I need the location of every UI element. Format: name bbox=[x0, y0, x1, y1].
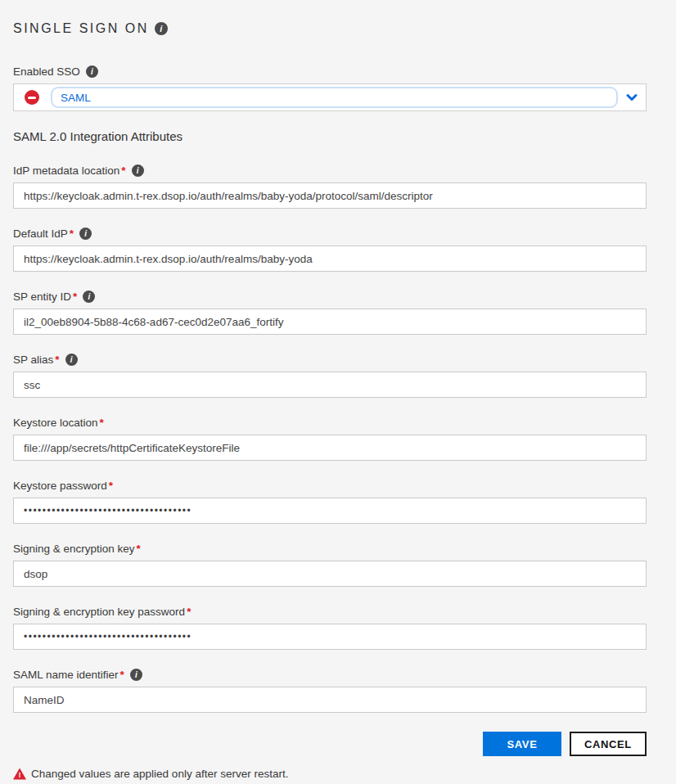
enabled-sso-label: Enabled SSO bbox=[13, 65, 80, 78]
field-label-row: IdP metadata location * i bbox=[13, 164, 647, 177]
field-label: Keystore location bbox=[13, 417, 98, 429]
form-actions: SAVE CANCEL bbox=[13, 732, 647, 756]
field-label-row: SAML name identifier * i bbox=[13, 669, 647, 681]
cancel-button[interactable]: CANCEL bbox=[570, 732, 647, 756]
required-marker: * bbox=[100, 417, 104, 429]
enabled-sso-label-row: Enabled SSO i bbox=[13, 65, 647, 78]
field-keystore-password: Keystore password * bbox=[13, 480, 647, 524]
signing-encryption-key-password-input[interactable] bbox=[13, 624, 647, 650]
info-icon[interactable]: i bbox=[86, 65, 98, 78]
page-title-row: SINGLE SIGN ON i bbox=[13, 21, 663, 36]
restart-warning: ! Changed values are applied only after … bbox=[13, 768, 647, 780]
warning-text: Changed values are applied only after se… bbox=[31, 768, 288, 780]
keystore-location-input[interactable] bbox=[13, 435, 647, 461]
sso-form: Enabled SSO i SAML SAML 2.0 Integration … bbox=[13, 65, 647, 780]
info-icon[interactable]: i bbox=[130, 669, 142, 681]
save-button[interactable]: SAVE bbox=[483, 732, 561, 756]
field-label-row: Default IdP * i bbox=[13, 228, 647, 240]
sp-entity-id-input[interactable] bbox=[13, 309, 647, 335]
info-icon[interactable]: i bbox=[65, 354, 78, 366]
field-saml-name-identifier: SAML name identifier * i bbox=[13, 669, 647, 713]
sso-settings-page: SINGLE SIGN ON i Enabled SSO i SAML SAML… bbox=[0, 0, 676, 784]
required-marker: * bbox=[55, 354, 59, 366]
default-idp-input[interactable] bbox=[13, 246, 647, 272]
field-default-idp: Default IdP * i bbox=[13, 228, 647, 272]
field-label-row: SP alias * i bbox=[13, 354, 647, 366]
required-marker: * bbox=[187, 606, 191, 618]
selected-sso-chip[interactable]: SAML bbox=[51, 87, 618, 108]
field-label: Keystore password bbox=[13, 480, 107, 492]
warning-icon: ! bbox=[13, 768, 26, 780]
field-idp-metadata-location: IdP metadata location * i bbox=[13, 164, 647, 209]
field-label-row: Keystore location * bbox=[13, 417, 647, 429]
field-label: Signing & encryption key password bbox=[13, 606, 185, 618]
field-label: IdP metadata location bbox=[13, 164, 119, 177]
info-icon[interactable]: i bbox=[79, 228, 92, 240]
field-label: SP entity ID bbox=[13, 291, 71, 303]
field-label-row: Keystore password * bbox=[13, 480, 647, 492]
saml-name-identifier-input[interactable] bbox=[13, 687, 647, 713]
field-label-row: Signing & encryption key password * bbox=[13, 606, 647, 618]
selected-sso-value: SAML bbox=[61, 92, 91, 104]
chevron-down-icon[interactable] bbox=[625, 91, 638, 104]
required-marker: * bbox=[120, 669, 124, 681]
required-marker: * bbox=[121, 164, 125, 177]
enabled-sso-select[interactable]: SAML bbox=[13, 83, 647, 111]
required-marker: * bbox=[70, 228, 74, 240]
remove-selection-icon[interactable] bbox=[25, 90, 39, 105]
field-label: Default IdP bbox=[13, 228, 68, 240]
keystore-password-input[interactable] bbox=[13, 498, 647, 524]
field-sp-alias: SP alias * i bbox=[13, 354, 647, 398]
section-title: SAML 2.0 Integration Attributes bbox=[13, 129, 647, 143]
field-signing-encryption-key-password: Signing & encryption key password * bbox=[13, 606, 647, 650]
field-sp-entity-id: SP entity ID * i bbox=[13, 291, 647, 335]
field-signing-encryption-key: Signing & encryption key * bbox=[13, 543, 647, 587]
info-icon[interactable]: i bbox=[132, 164, 144, 177]
page-title: SINGLE SIGN ON bbox=[13, 21, 149, 36]
field-label: SAML name identifier bbox=[13, 669, 119, 681]
field-label: Signing & encryption key bbox=[13, 543, 135, 555]
field-keystore-location: Keystore location * bbox=[13, 417, 647, 461]
idp-metadata-location-input[interactable] bbox=[13, 182, 647, 209]
required-marker: * bbox=[137, 543, 141, 555]
field-label: SP alias bbox=[13, 354, 53, 366]
info-icon[interactable]: i bbox=[83, 291, 95, 303]
signing-encryption-key-input[interactable] bbox=[13, 561, 647, 587]
minus-bar bbox=[28, 97, 36, 99]
info-icon[interactable]: i bbox=[155, 22, 168, 35]
sp-alias-input[interactable] bbox=[13, 372, 647, 398]
field-label-row: Signing & encryption key * bbox=[13, 543, 647, 555]
required-marker: * bbox=[73, 291, 77, 303]
required-marker: * bbox=[109, 480, 113, 492]
field-label-row: SP entity ID * i bbox=[13, 291, 647, 303]
